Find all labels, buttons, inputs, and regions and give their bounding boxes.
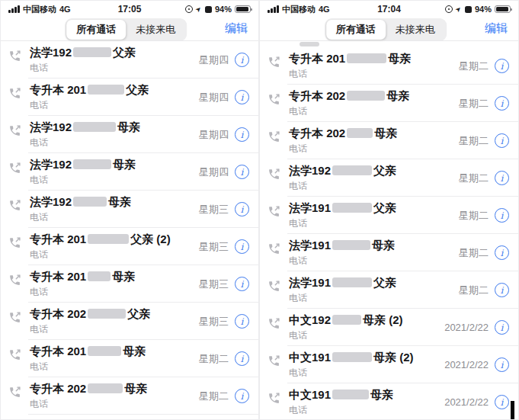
- outgoing-call-icon: [8, 162, 21, 175]
- contact-name: 中文191母亲: [289, 388, 427, 402]
- outgoing-call-icon: [268, 168, 280, 181]
- call-type-label: 电话: [30, 99, 167, 112]
- contact-name: 法学191父亲: [289, 276, 427, 290]
- dual-screenshot-canvas: 中国移动 4G 17:05 ➤ 94% 所有通话 未接来电 编辑 法学: [0, 0, 519, 420]
- outgoing-call-icon: [268, 130, 280, 143]
- info-icon[interactable]: i: [235, 53, 249, 67]
- redaction-blur: [332, 315, 361, 325]
- outgoing-call-icon: [268, 93, 280, 106]
- call-date-label: 星期二: [199, 352, 229, 366]
- call-log-row[interactable]: 中文192母亲 (2) 电话 2021/2/22 i: [260, 309, 518, 346]
- call-date-label: 2021/2/22: [444, 396, 489, 408]
- contact-name: 法学191父亲: [289, 201, 427, 215]
- call-log-row[interactable]: 法学192母亲 电话 星期四 i: [1, 153, 258, 191]
- tab-missed-calls[interactable]: 未接来电: [126, 20, 185, 40]
- call-type-label: 电话: [30, 323, 167, 336]
- info-icon[interactable]: i: [235, 314, 249, 329]
- call-type-label: 电话: [289, 105, 427, 118]
- outgoing-call-icon: [268, 392, 280, 405]
- info-icon[interactable]: i: [495, 171, 509, 185]
- call-log-row[interactable]: 法学192父亲 电话 星期四 i: [1, 41, 258, 79]
- contact-name: 法学192母亲: [30, 158, 167, 172]
- info-icon[interactable]: i: [235, 127, 249, 142]
- call-date-label: 星期二: [459, 97, 489, 111]
- tab-all-calls[interactable]: 所有通话: [326, 20, 386, 40]
- call-log-row[interactable]: 法学192父亲 电话 星期二 i: [260, 159, 518, 197]
- call-type-label: 电话: [30, 62, 167, 75]
- info-icon[interactable]: i: [495, 96, 509, 111]
- call-log-row[interactable]: 专升本 201父亲 电话 星期四 i: [1, 79, 258, 116]
- redaction-blur: [73, 122, 116, 132]
- outgoing-call-icon: [8, 199, 21, 212]
- redaction-blur: [88, 271, 111, 281]
- contact-name: 专升本 202母亲: [289, 89, 427, 103]
- contact-name: 中文192母亲 (2): [289, 313, 427, 327]
- contact-name: 专升本 201母亲: [30, 270, 167, 284]
- info-icon[interactable]: i: [495, 245, 509, 260]
- call-type-label: 电话: [30, 398, 167, 411]
- call-type-label: 电话: [30, 136, 167, 149]
- call-log-row[interactable]: 专升本 202母亲 电话 星期二 i: [1, 377, 258, 415]
- call-date-label: 星期四: [199, 53, 229, 67]
- info-icon[interactable]: i: [495, 59, 509, 73]
- call-date-label: 星期二: [459, 209, 489, 223]
- redaction-blur: [73, 47, 111, 57]
- call-date-label: 2021/2/22: [444, 322, 489, 333]
- location-arrow-icon: ➤: [194, 5, 203, 14]
- call-log-row[interactable]: 专升本 201父亲 (2) 电话 星期三 i: [1, 228, 258, 265]
- info-icon[interactable]: i: [235, 165, 249, 179]
- phone-screenshot-right: 中国移动 4G 17:04 ➤ 94% 所有通话 未接来电 编辑: [259, 0, 519, 420]
- call-log-row[interactable]: 专升本 201母亲 电话 星期二 i: [1, 340, 258, 377]
- location-arrow-icon: ➤: [454, 5, 463, 14]
- call-type-label: 电话: [289, 68, 427, 81]
- call-log-row[interactable]: 专升本 202母亲 电话 星期二 i: [260, 85, 518, 122]
- redaction-blur: [332, 165, 372, 175]
- call-date-label: 2021/2/22: [444, 359, 489, 370]
- call-date-label: 星期三: [199, 240, 229, 254]
- call-log-row[interactable]: 中文191母亲 (2) 电话 2021/2/22 i: [260, 346, 518, 383]
- contact-name: 专升本 201母亲: [30, 345, 167, 358]
- info-icon[interactable]: i: [235, 351, 249, 366]
- redaction-blur: [332, 277, 372, 287]
- call-log-list: 专升本 201母亲 电话 星期二 i 专升本 202母亲 电话 星期二 i 专升…: [260, 40, 518, 419]
- info-icon[interactable]: i: [235, 389, 249, 403]
- text-cursor-artifact: [511, 401, 514, 419]
- call-type-label: 电话: [289, 367, 427, 380]
- tab-all-calls[interactable]: 所有通话: [66, 20, 126, 40]
- info-icon[interactable]: i: [495, 357, 509, 372]
- call-log-row[interactable]: 专升本 202父亲 电话 星期三 i: [1, 303, 258, 340]
- call-log-row[interactable]: 中文191母亲 电话 2021/2/22 i: [260, 383, 518, 419]
- call-log-row[interactable]: 专升本 201母亲 电话 星期二 i: [260, 47, 518, 85]
- call-log-row[interactable]: 专升本 201母亲 电话 星期三 i: [1, 265, 258, 303]
- info-icon[interactable]: i: [235, 202, 249, 216]
- call-type-label: 电话: [289, 329, 427, 342]
- call-log-row[interactable]: 法学191母亲 电话 星期二 i: [260, 234, 518, 271]
- info-icon[interactable]: i: [235, 277, 249, 291]
- edit-button[interactable]: 编辑: [225, 21, 248, 36]
- outgoing-call-icon: [268, 317, 280, 330]
- info-icon[interactable]: i: [495, 208, 509, 223]
- info-icon[interactable]: i: [495, 320, 509, 335]
- call-date-label: 星期三: [199, 203, 229, 216]
- call-log-row[interactable]: 法学191父亲 电话 星期二 i: [260, 197, 518, 234]
- redaction-blur: [347, 91, 385, 101]
- outgoing-call-icon: [8, 50, 21, 63]
- info-icon[interactable]: i: [235, 239, 249, 254]
- info-icon[interactable]: i: [495, 395, 509, 409]
- outgoing-call-icon: [8, 348, 21, 361]
- tab-missed-calls[interactable]: 未接来电: [386, 20, 445, 40]
- redaction-blur: [73, 197, 107, 207]
- edit-button[interactable]: 编辑: [485, 21, 508, 36]
- call-log-row[interactable]: 专升本 202母亲 电话 星期二 i: [260, 122, 518, 159]
- status-bar: 中国移动 4G 17:04 ➤ 94%: [260, 1, 518, 18]
- call-log-row[interactable]: 法学192母亲 电话 星期三 i: [1, 191, 258, 228]
- call-log-row[interactable]: 法学191父亲 电话 星期二 i: [260, 271, 518, 309]
- info-icon[interactable]: i: [235, 90, 249, 104]
- phone-screenshot-left: 中国移动 4G 17:05 ➤ 94% 所有通话 未接来电 编辑 法学: [0, 0, 259, 420]
- call-date-label: 星期三: [199, 315, 229, 329]
- info-icon[interactable]: i: [495, 133, 509, 148]
- contact-name: 中文191母亲 (2): [289, 351, 427, 364]
- call-log-row[interactable]: 法学192母亲 电话 星期四 i: [1, 116, 258, 153]
- contact-name: 法学192父亲: [289, 164, 427, 178]
- info-icon[interactable]: i: [495, 283, 509, 297]
